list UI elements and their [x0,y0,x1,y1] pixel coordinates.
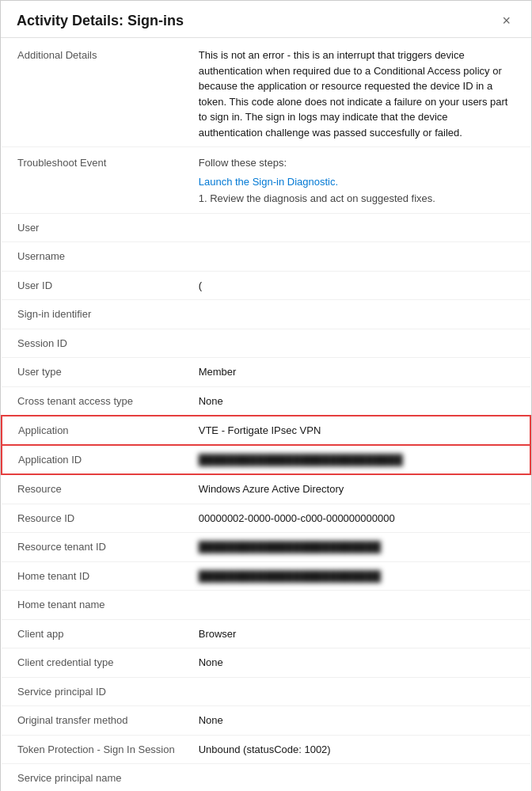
row-label-resource: Resource [2,474,183,504]
table-row-client-app: Client appBrowser [2,619,530,648]
table-row-sign-in-identifier: Sign-in identifier [2,300,530,329]
row-label-sign-in-identifier: Sign-in identifier [2,300,183,329]
table-row-original-transfer-method: Original transfer methodNone [2,706,530,736]
table-row-application: ApplicationVTE - Fortigate IPsec VPN [2,416,530,445]
table-row-home-tenant-name: Home tenant name [2,591,530,620]
row-label-client-credential-type: Client credential type [2,648,183,678]
table-row-service-principal-id: Service principal ID [2,677,530,706]
row-value-application: VTE - Fortigate IPsec VPN [183,416,530,445]
table-row-resource-tenant-id: Resource tenant ID██████████████████████… [2,533,530,562]
table-row-user-type: User typeMember [2,358,530,387]
close-button[interactable]: × [497,12,515,29]
row-label-user-type: User type [2,358,183,387]
table-row-username: Username [2,242,530,272]
row-label-cross-tenant-access-type: Cross tenant access type [2,386,183,416]
row-value-cross-tenant-access-type: None [183,386,530,416]
table-row-resource: ResourceWindows Azure Active Directory [2,474,530,504]
row-label-application: Application [2,416,183,445]
row-label-resource-tenant-id: Resource tenant ID [2,533,183,562]
row-value-sign-in-identifier [183,300,530,329]
row-value-original-transfer-method: None [183,706,530,736]
row-label-service-principal-name: Service principal name [2,764,183,792]
row-label-home-tenant-name: Home tenant name [2,591,183,620]
row-label-username: Username [2,242,183,272]
dialog-header: Activity Details: Sign-ins × [1,1,531,38]
row-value-application-id: ████████████████████████████ [183,445,530,474]
row-value-token-protection: Unbound (statusCode: 1002) [183,735,530,764]
dialog-title: Activity Details: Sign-ins [17,13,184,29]
row-label-user: User [2,213,183,242]
dialog-body: Additional DetailsThis is not an error -… [1,38,531,791]
row-value-username [183,242,530,272]
row-value-client-app: Browser [183,619,530,648]
blurred-value: ████████████████████████████ [199,454,403,466]
row-value-troubleshoot-event: Follow these steps:Launch the Sign-in Di… [183,147,530,214]
row-value-client-credential-type: None [183,648,530,678]
row-label-user-id: User ID [2,271,183,300]
row-value-service-principal-id [183,677,530,706]
table-row-troubleshoot-event: Troubleshoot EventFollow these steps:Lau… [2,147,530,214]
blurred-value: █████████████████████████ [199,570,381,582]
row-label-additional-details: Additional Details [2,38,183,147]
sign-in-diagnostic-link[interactable]: Launch the Sign-in Diagnostic. [199,176,338,188]
row-label-original-transfer-method: Original transfer method [2,706,183,736]
table-row-service-principal-name: Service principal name [2,764,530,792]
row-label-client-app: Client app [2,619,183,648]
table-row-cross-tenant-access-type: Cross tenant access typeNone [2,386,530,416]
details-table: Additional DetailsThis is not an error -… [1,38,531,791]
row-value-home-tenant-id: █████████████████████████ [183,561,530,591]
row-label-resource-id: Resource ID [2,504,183,533]
row-label-troubleshoot-event: Troubleshoot Event [2,147,183,214]
blurred-value: █████████████████████████ [199,541,381,553]
row-value-resource: Windows Azure Active Directory [183,474,530,504]
row-label-session-id: Session ID [2,329,183,358]
table-row-home-tenant-id: Home tenant ID█████████████████████████ [2,561,530,591]
row-label-service-principal-id: Service principal ID [2,677,183,706]
row-value-session-id [183,329,530,358]
row-value-service-principal-name [183,764,530,792]
table-row-user-id: User ID( [2,271,530,300]
user-id-value: ( [199,280,202,291]
row-label-application-id: Application ID [2,445,183,474]
table-row-additional-details: Additional DetailsThis is not an error -… [2,38,530,147]
troubleshoot-step-1: 1. Review the diagnosis and act on sugge… [199,191,515,207]
row-value-resource-id: 00000002-0000-0000-c000-000000000000 [183,504,530,533]
table-row-user: User [2,213,530,242]
table-row-client-credential-type: Client credential typeNone [2,648,530,678]
troubleshoot-steps-header: Follow these steps: [199,155,515,171]
activity-details-dialog: Activity Details: Sign-ins × Additional … [0,0,532,791]
table-row-token-protection: Token Protection - Sign In SessionUnboun… [2,735,530,764]
table-row-application-id: Application ID██████████████████████████… [2,445,530,474]
row-value-resource-tenant-id: █████████████████████████ [183,533,530,562]
row-value-user [183,213,530,242]
row-value-user-id: ( [183,271,530,300]
table-row-resource-id: Resource ID00000002-0000-0000-c000-00000… [2,504,530,533]
row-label-home-tenant-id: Home tenant ID [2,561,183,591]
row-value-additional-details: This is not an error - this is an interr… [183,38,530,147]
row-value-home-tenant-name [183,591,530,620]
table-row-session-id: Session ID [2,329,530,358]
row-label-token-protection: Token Protection - Sign In Session [2,735,183,764]
row-value-user-type: Member [183,358,530,387]
